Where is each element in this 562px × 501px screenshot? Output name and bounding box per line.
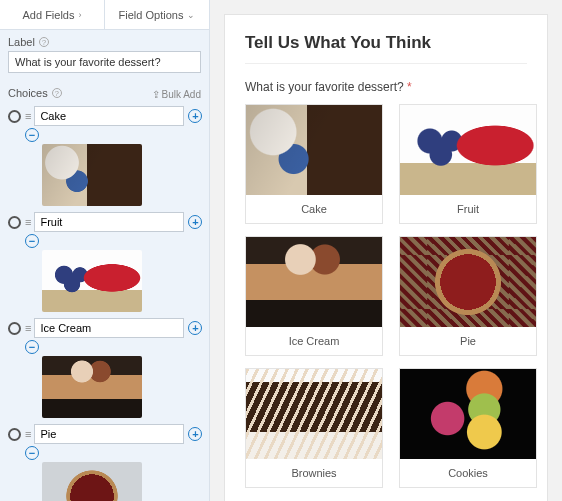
form-preview-pane: Tell Us What You Think What is your favo…	[210, 0, 562, 501]
tab-add-fields[interactable]: Add Fields ›	[0, 0, 105, 29]
cake-image	[246, 105, 382, 195]
image-choice-option[interactable]: Pie	[399, 236, 537, 356]
choice-label-input[interactable]	[34, 424, 184, 444]
choice-label-input[interactable]	[34, 318, 184, 338]
help-icon[interactable]: ?	[52, 88, 62, 98]
add-choice-button[interactable]: +	[188, 215, 202, 229]
drag-handle-icon[interactable]: ≡	[25, 323, 30, 334]
option-label: Brownies	[291, 467, 336, 479]
fruit-image	[42, 250, 142, 312]
form-card: Tell Us What You Think What is your favo…	[224, 14, 548, 501]
image-choice-grid: Cake Fruit Ice Cream Pie Brownies Cookie…	[245, 104, 527, 488]
fruit-image	[400, 105, 536, 195]
builder-sidebar: Add Fields › Field Options ⌄ Label ? Cho…	[0, 0, 210, 501]
default-radio[interactable]	[8, 110, 21, 123]
choice-image-thumb[interactable]	[42, 356, 201, 418]
chevron-right-icon: ›	[78, 10, 81, 20]
option-label: Ice Cream	[289, 335, 340, 347]
image-choice-option[interactable]: Cookies	[399, 368, 537, 488]
question-text: What is your favorite dessert?	[245, 80, 404, 94]
drag-handle-icon[interactable]: ≡	[25, 429, 30, 440]
required-mark: *	[407, 80, 412, 94]
brownies-image	[246, 369, 382, 459]
form-title: Tell Us What You Think	[245, 33, 527, 64]
remove-choice-button[interactable]: −	[25, 234, 39, 248]
field-label-input[interactable]	[8, 51, 201, 73]
option-label: Pie	[460, 335, 476, 347]
choice-row: ≡ +	[8, 212, 201, 232]
label-heading: Label ?	[8, 36, 201, 48]
choice-image-thumb[interactable]	[42, 462, 201, 501]
add-choice-button[interactable]: +	[188, 321, 202, 335]
add-choice-button[interactable]: +	[188, 427, 202, 441]
choice-image-thumb[interactable]	[42, 250, 201, 312]
sidebar-tabs: Add Fields › Field Options ⌄	[0, 0, 209, 30]
image-choice-option[interactable]: Ice Cream	[245, 236, 383, 356]
cake-image	[42, 144, 142, 206]
tab-label: Field Options	[119, 9, 184, 21]
default-radio[interactable]	[8, 322, 21, 335]
cookies-image	[400, 369, 536, 459]
tab-label: Add Fields	[23, 9, 75, 21]
remove-choice-button[interactable]: −	[25, 340, 39, 354]
image-choice-option[interactable]: Fruit	[399, 104, 537, 224]
ice-cream-image	[246, 237, 382, 327]
bulk-add-button[interactable]: ⇪ Bulk Add	[152, 89, 201, 100]
drag-handle-icon[interactable]: ≡	[25, 217, 30, 228]
label-heading-text: Label	[8, 36, 35, 48]
choice-label-input[interactable]	[34, 212, 184, 232]
chevron-down-icon: ⌄	[187, 10, 195, 20]
default-radio[interactable]	[8, 428, 21, 441]
choices-heading-text: Choices	[8, 87, 48, 99]
choice-image-thumb[interactable]	[42, 144, 201, 206]
pie-image	[400, 237, 536, 327]
option-label: Fruit	[457, 203, 479, 215]
choice-row: ≡ +	[8, 318, 201, 338]
choice-row: ≡ +	[8, 424, 201, 444]
help-icon[interactable]: ?	[39, 37, 49, 47]
choices-list: ≡ + − ≡ + − ≡ +	[0, 106, 209, 501]
remove-choice-button[interactable]: −	[25, 446, 39, 460]
add-choice-button[interactable]: +	[188, 109, 202, 123]
tab-field-options[interactable]: Field Options ⌄	[105, 0, 209, 29]
upload-icon: ⇪	[152, 89, 160, 100]
ice-cream-image	[42, 356, 142, 418]
bulk-add-label: Bulk Add	[162, 89, 201, 100]
option-label: Cake	[301, 203, 327, 215]
pie-image	[42, 462, 142, 501]
drag-handle-icon[interactable]: ≡	[25, 111, 30, 122]
image-choice-option[interactable]: Cake	[245, 104, 383, 224]
question-label: What is your favorite dessert? *	[245, 80, 527, 94]
choices-section: Choices ? ⇪ Bulk Add	[0, 73, 209, 106]
image-choice-option[interactable]: Brownies	[245, 368, 383, 488]
choice-label-input[interactable]	[34, 106, 184, 126]
remove-choice-button[interactable]: −	[25, 128, 39, 142]
choice-row: ≡ +	[8, 106, 201, 126]
option-label: Cookies	[448, 467, 488, 479]
default-radio[interactable]	[8, 216, 21, 229]
label-section: Label ?	[0, 30, 209, 73]
choices-heading: Choices ?	[8, 87, 62, 99]
